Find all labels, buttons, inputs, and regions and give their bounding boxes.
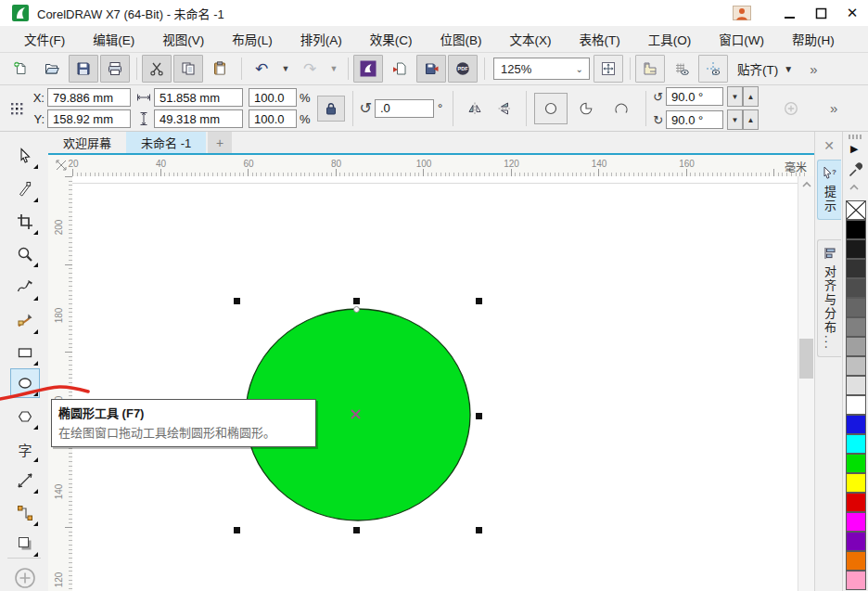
scale-v-field[interactable]: 100.0 bbox=[249, 109, 297, 128]
new-document-button[interactable] bbox=[6, 55, 35, 83]
menu-item-11[interactable]: 帮助(H) bbox=[792, 30, 835, 48]
publish-pdf-button[interactable]: PDF bbox=[448, 55, 478, 83]
menu-item-4[interactable]: 排列(A) bbox=[300, 30, 342, 48]
rectangle-tool-button[interactable] bbox=[10, 338, 40, 367]
docker-tab-0[interactable]: ?提示 bbox=[817, 160, 841, 220]
cut-button[interactable] bbox=[142, 55, 172, 83]
menu-item-6[interactable]: 位图(B) bbox=[440, 30, 482, 48]
selection-handle[interactable] bbox=[234, 298, 240, 304]
print-button[interactable] bbox=[100, 55, 130, 83]
quick-customize-button[interactable] bbox=[10, 563, 40, 591]
connector-tool-button[interactable] bbox=[10, 498, 40, 528]
polygon-tool-button[interactable] bbox=[10, 402, 40, 431]
pick-tool-button[interactable] bbox=[10, 141, 40, 171]
lock-ratio-button[interactable] bbox=[317, 96, 345, 122]
menu-item-5[interactable]: 效果(C) bbox=[370, 30, 413, 48]
new-document-tab-button[interactable]: + bbox=[208, 132, 232, 153]
horizontal-ruler[interactable]: 毫米 20406080100120140160 bbox=[48, 155, 820, 177]
color-swatch-#e0e0e0[interactable] bbox=[846, 376, 866, 395]
drawing-canvas[interactable] bbox=[72, 176, 798, 591]
color-swatch-#1a1a1a[interactable] bbox=[846, 239, 866, 259]
dropdown-button[interactable]: ▼ bbox=[278, 55, 293, 83]
color-swatch-#ffffff[interactable] bbox=[846, 395, 866, 415]
selection-handle[interactable] bbox=[234, 527, 240, 533]
color-swatch-#c0c0c0[interactable] bbox=[846, 356, 866, 376]
menu-item-8[interactable]: 表格(T) bbox=[580, 30, 620, 48]
close-button[interactable]: ✕ bbox=[836, 2, 868, 24]
selection-handle[interactable] bbox=[476, 298, 482, 304]
color-swatch-#000000[interactable] bbox=[846, 220, 866, 239]
undo-button[interactable]: ↶ bbox=[247, 55, 276, 83]
selection-handle[interactable] bbox=[476, 413, 482, 419]
copy-button[interactable] bbox=[173, 55, 203, 83]
shape-tool-button[interactable] bbox=[10, 174, 40, 204]
color-swatch-#1616e0[interactable] bbox=[846, 415, 866, 434]
color-swatch-#ff00ff[interactable] bbox=[846, 512, 866, 532]
start-angle-down[interactable]: ▼ bbox=[727, 86, 743, 107]
color-swatch-#666666[interactable] bbox=[846, 298, 866, 317]
mirror-vertical-button[interactable] bbox=[491, 96, 518, 122]
ellipse-node[interactable] bbox=[353, 306, 360, 313]
palette-grip[interactable] bbox=[849, 135, 863, 139]
color-swatch-#ff9fc7[interactable] bbox=[846, 571, 866, 590]
paste-button[interactable] bbox=[205, 55, 235, 83]
minimize-button[interactable] bbox=[773, 2, 805, 24]
open-button[interactable] bbox=[37, 55, 67, 83]
color-swatch-#4d4d4d[interactable] bbox=[846, 278, 866, 298]
x-position-field[interactable]: 79.886 mm bbox=[47, 88, 131, 107]
maximize-button[interactable] bbox=[805, 2, 836, 24]
color-swatch-#333333[interactable] bbox=[846, 259, 866, 278]
docker-tab-1[interactable]: 对齐与分布... bbox=[817, 239, 841, 357]
dimension-tool-button[interactable] bbox=[10, 466, 40, 495]
rotation-angle-field[interactable]: .0 bbox=[375, 99, 434, 118]
arc-mode-button[interactable] bbox=[605, 93, 638, 124]
application-launcher-button[interactable] bbox=[353, 55, 383, 83]
end-angle-down[interactable]: ▼ bbox=[727, 109, 743, 130]
zoom-tool-button[interactable] bbox=[10, 239, 40, 269]
user-account-icon[interactable] bbox=[731, 5, 753, 22]
scale-h-field[interactable]: 100.0 bbox=[249, 88, 297, 107]
palette-scroll-up[interactable] bbox=[848, 182, 861, 193]
palette-flyout-arrow[interactable]: ▶ bbox=[850, 143, 858, 155]
guideline-visibility-button[interactable] bbox=[698, 55, 728, 83]
mirror-horizontal-button[interactable] bbox=[461, 96, 489, 122]
end-angle-up[interactable]: ▲ bbox=[743, 109, 759, 130]
import-button[interactable] bbox=[385, 55, 415, 83]
selection-handle[interactable] bbox=[353, 298, 360, 304]
menu-item-1[interactable]: 编辑(E) bbox=[93, 30, 134, 48]
scroll-up-button[interactable] bbox=[798, 176, 814, 192]
color-swatch-#dd0000[interactable] bbox=[846, 493, 866, 512]
save-button[interactable] bbox=[69, 55, 98, 83]
eyedropper-icon[interactable] bbox=[848, 160, 862, 178]
grid-visibility-button[interactable] bbox=[667, 55, 696, 83]
ellipse-tool-button[interactable] bbox=[10, 368, 40, 398]
text-tool-button[interactable]: 字 bbox=[10, 434, 40, 464]
document-tab-0[interactable]: 欢迎屏幕 bbox=[48, 132, 126, 153]
start-angle-up[interactable]: ▲ bbox=[743, 86, 759, 107]
zoom-fit-button[interactable] bbox=[594, 55, 623, 83]
ruler-origin-icon[interactable] bbox=[54, 158, 69, 173]
color-swatch-#ffff00[interactable] bbox=[846, 473, 866, 493]
color-swatch-#7d00b8[interactable] bbox=[846, 532, 866, 551]
menu-item-0[interactable]: 文件(F) bbox=[24, 30, 65, 48]
color-swatch-#ee7100[interactable] bbox=[846, 551, 866, 571]
start-angle-field[interactable]: 90.0 ° bbox=[666, 87, 723, 106]
vertical-ruler[interactable]: 200180160140120 bbox=[48, 176, 73, 591]
ellipse-mode-button[interactable] bbox=[534, 93, 568, 124]
export-button[interactable] bbox=[416, 55, 446, 83]
menu-item-10[interactable]: 窗口(W) bbox=[719, 30, 764, 48]
menu-item-7[interactable]: 文本(X) bbox=[510, 30, 552, 48]
freehand-tool-button[interactable] bbox=[10, 273, 40, 302]
docker-close-button[interactable]: ✕ bbox=[819, 136, 839, 155]
color-swatch-#00ffff[interactable] bbox=[846, 434, 866, 454]
menu-item-3[interactable]: 布局(L) bbox=[232, 30, 273, 48]
no-color-swatch[interactable] bbox=[846, 200, 866, 220]
color-swatch-#00e000[interactable] bbox=[846, 454, 866, 473]
color-swatch-#808080[interactable] bbox=[846, 317, 866, 337]
menu-item-2[interactable]: 视图(V) bbox=[162, 30, 204, 48]
property-bar-overflow[interactable]: » bbox=[830, 100, 836, 116]
toolbar-overflow[interactable]: » bbox=[810, 61, 815, 77]
color-swatch-#a0a0a0[interactable] bbox=[846, 337, 866, 356]
dropshadow-tool-button[interactable] bbox=[10, 529, 40, 559]
vertical-scrollbar[interactable] bbox=[798, 176, 814, 591]
